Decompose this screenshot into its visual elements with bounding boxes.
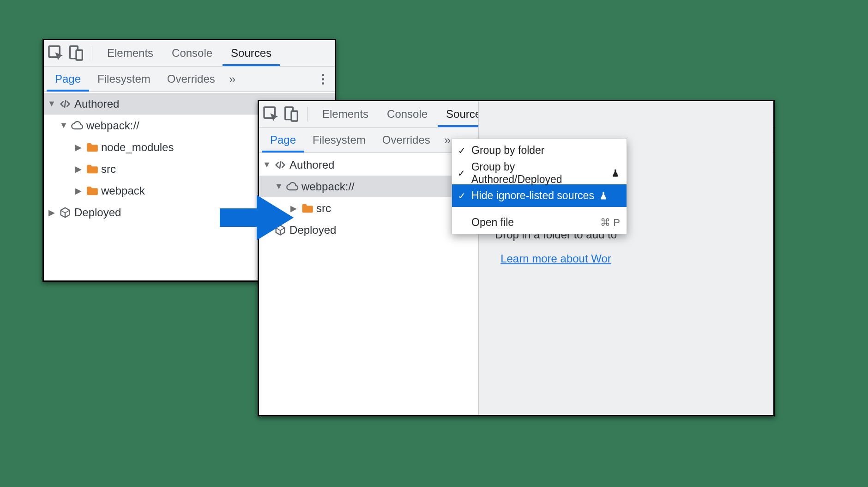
tab-elements[interactable]: Elements (99, 40, 162, 66)
experiment-flask-icon (611, 169, 620, 178)
tab-elements[interactable]: Elements (314, 101, 377, 127)
tree-label: src (101, 163, 116, 176)
device-toggle-icon[interactable] (282, 105, 301, 123)
tree-label: Authored (289, 158, 334, 171)
svg-rect-5 (291, 111, 297, 121)
subtab-filesystem[interactable]: Filesystem (304, 128, 374, 152)
tree-label: Deployed (74, 206, 121, 219)
menu-label: Open file (471, 216, 514, 229)
more-tabs-chevron-icon[interactable]: » (223, 67, 241, 91)
experiment-flask-icon (599, 191, 608, 201)
cube-icon (59, 206, 72, 219)
toolbar-separator (92, 46, 92, 61)
keyboard-shortcut: ⌘ P (600, 217, 620, 229)
cloud-icon (286, 180, 299, 193)
subtab-page[interactable]: Page (47, 67, 89, 91)
tab-console[interactable]: Console (379, 101, 436, 127)
tab-sources[interactable]: Sources (223, 40, 280, 66)
menu-item-open-file[interactable]: Open file ⌘ P (452, 211, 627, 234)
learn-more-link[interactable]: Learn more about Wor (482, 252, 630, 265)
subtab-overrides[interactable]: Overrides (159, 67, 223, 91)
folder-icon (85, 184, 98, 197)
menu-label: Hide ignore-listed sources (471, 189, 594, 202)
file-tree: ▼ Authored ▼ webpack:// ▶ src ▶ Deployed (259, 153, 480, 415)
kebab-menu-icon[interactable] (313, 70, 332, 88)
code-icon (59, 97, 72, 110)
cube-icon (274, 224, 287, 237)
tab-console[interactable]: Console (163, 40, 221, 66)
subtab-overrides[interactable]: Overrides (374, 128, 439, 152)
inspect-icon[interactable] (47, 44, 65, 62)
tree-node-webpack[interactable]: ▼ webpack:// (259, 176, 480, 197)
cloud-icon (71, 119, 84, 132)
folder-icon (85, 141, 98, 154)
menu-label: Group by folder (471, 144, 545, 157)
tree-node-folder[interactable]: ▶ src (259, 197, 480, 219)
device-toggle-icon[interactable] (67, 44, 85, 62)
code-icon (274, 158, 287, 171)
menu-item-hide-ignore-listed[interactable]: ✓ Hide ignore-listed sources (452, 184, 627, 207)
tree-label: node_modules (101, 141, 174, 154)
subtab-filesystem[interactable]: Filesystem (89, 67, 159, 91)
menu-label: Group by Authored/Deployed (471, 161, 607, 186)
sources-sub-toolbar: Page Filesystem Overrides » (44, 67, 335, 92)
top-toolbar: Elements Console Sources (44, 40, 335, 67)
tree-label: webpack:// (86, 119, 139, 132)
inspect-icon[interactable] (262, 105, 280, 123)
tree-label: Authored (74, 97, 119, 110)
tree-node-deployed[interactable]: ▶ Deployed (259, 219, 480, 241)
folder-icon (85, 163, 98, 176)
tree-node-authored[interactable]: ▼ Authored (259, 154, 480, 176)
tree-label: Deployed (289, 224, 336, 237)
menu-separator (452, 209, 627, 209)
menu-item-group-by-folder[interactable]: ✓ Group by folder (452, 139, 627, 162)
tree-label: src (316, 202, 331, 215)
tree-label: webpack:// (301, 180, 355, 193)
svg-rect-2 (76, 50, 82, 60)
sources-options-menu: ✓ Group by folder ✓ Group by Authored/De… (452, 139, 627, 234)
subtab-page[interactable]: Page (262, 128, 304, 152)
menu-item-group-by-authored-deployed[interactable]: ✓ Group by Authored/Deployed (452, 162, 627, 184)
folder-icon (301, 202, 313, 215)
tree-label: webpack (101, 184, 145, 197)
